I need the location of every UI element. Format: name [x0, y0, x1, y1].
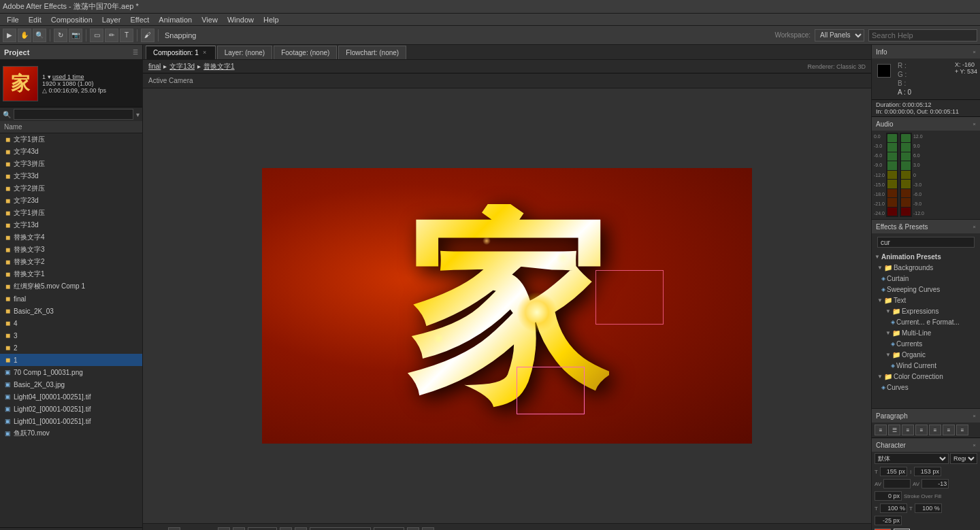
- effects-text-cat[interactable]: ▼ 📁 Text: [872, 295, 980, 305]
- project-panel-options[interactable]: ☰: [133, 49, 138, 56]
- tool-camera[interactable]: 📷: [69, 29, 82, 42]
- font-family-select[interactable]: 默体: [875, 453, 949, 464]
- project-search-options[interactable]: ▾: [136, 111, 140, 118]
- effects-organic-cat[interactable]: ▼ 📁 Organic: [872, 349, 980, 360]
- list-item[interactable]: ◼ 文字1拼压: [0, 207, 142, 219]
- tool-hand[interactable]: ✋: [18, 29, 31, 42]
- tab-flowchart[interactable]: Flowchart: (none): [338, 46, 406, 59]
- project-search-input[interactable]: [14, 109, 133, 120]
- comp-viewer[interactable]: 家: [143, 88, 871, 523]
- breadcrumb-final[interactable]: final: [148, 63, 161, 70]
- tracking-input[interactable]: [921, 479, 949, 488]
- effects-animation-presets[interactable]: ▼ Animation Presets: [872, 251, 980, 262]
- list-item[interactable]: ◼ 1: [0, 354, 142, 366]
- info-expand[interactable]: ×: [973, 49, 976, 55]
- effects-currents[interactable]: ◈ Currents: [872, 338, 980, 349]
- font-style-select[interactable]: Regular: [950, 453, 977, 464]
- effects-curves[interactable]: ◈ Curves: [872, 382, 980, 393]
- effects-expand[interactable]: ×: [973, 224, 976, 230]
- tool-text[interactable]: T: [120, 29, 133, 42]
- justify-center-btn[interactable]: ≡: [929, 425, 941, 435]
- viewer-snap-btn[interactable]: □: [233, 527, 245, 531]
- kerning-input[interactable]: [883, 479, 911, 488]
- tab-layer[interactable]: Layer: (none): [217, 46, 272, 59]
- viewer-grid-btn[interactable]: ⊞: [407, 527, 419, 531]
- scale-v-input[interactable]: [915, 503, 942, 513]
- quality-select[interactable]: Full: [248, 527, 277, 531]
- tool-zoom[interactable]: 🔍: [33, 29, 46, 42]
- list-item[interactable]: ◼ 3: [0, 329, 142, 342]
- effects-color-correction-cat[interactable]: ▼ 📁 Color Correction: [872, 371, 980, 382]
- effects-wind-current[interactable]: ◈ Wind Current: [872, 360, 980, 371]
- effects-search-input[interactable]: [877, 237, 975, 248]
- viewer-alpha-btn[interactable]: α: [295, 527, 307, 531]
- list-item[interactable]: ◼ 文字3拼压: [0, 158, 142, 170]
- menu-view[interactable]: View: [197, 14, 222, 25]
- breadcrumb-comp[interactable]: 文字13d: [169, 62, 195, 71]
- menu-composition[interactable]: Composition: [47, 14, 97, 25]
- menu-file[interactable]: File: [3, 14, 23, 25]
- tab-composition-close[interactable]: ×: [201, 49, 208, 56]
- list-item[interactable]: ◼ 4: [0, 317, 142, 329]
- info-color-swatch[interactable]: [877, 64, 891, 78]
- list-item[interactable]: ◼ 文字13d: [0, 219, 142, 231]
- viewer-reg-btn[interactable]: ⊕: [280, 527, 292, 531]
- align-center-btn[interactable]: ☰: [888, 425, 900, 435]
- search-help-input[interactable]: [868, 29, 977, 42]
- workspace-select[interactable]: All Panels: [815, 29, 864, 42]
- menu-edit[interactable]: Edit: [24, 14, 46, 25]
- menu-help[interactable]: Help: [259, 14, 283, 25]
- tool-pen[interactable]: ✏: [105, 29, 118, 42]
- align-right-btn[interactable]: ≡: [902, 425, 914, 435]
- list-item[interactable]: ◼ 2: [0, 342, 142, 354]
- tab-footage[interactable]: Footage: (none): [274, 46, 337, 59]
- menu-layer[interactable]: Layer: [98, 14, 125, 25]
- effects-sweeping-curves[interactable]: ◈ Sweeping Curves: [872, 284, 980, 295]
- effects-curtain[interactable]: ◈ Curtain: [872, 273, 980, 284]
- character-expand[interactable]: ×: [973, 442, 976, 448]
- menu-effect[interactable]: Effect: [126, 14, 153, 25]
- list-item[interactable]: ◼ 文字33d: [0, 170, 142, 182]
- stroke-width-input[interactable]: [875, 491, 902, 501]
- list-item[interactable]: ▣ Light02_[00001-00251].tif: [0, 403, 142, 415]
- align-left-btn[interactable]: ≡: [875, 425, 887, 435]
- viewer-playback-btn[interactable]: ⚙: [218, 527, 230, 531]
- info-panel-header[interactable]: Info ×: [872, 45, 980, 59]
- menu-window[interactable]: Window: [223, 14, 258, 25]
- view-select[interactable]: Active Camera: [310, 527, 371, 531]
- list-item[interactable]: ◼ 红绸穿梭5.mov Comp 1: [0, 280, 142, 293]
- justify-all-btn[interactable]: ≡: [956, 425, 968, 435]
- view-layout-select[interactable]: 1 View: [374, 527, 404, 531]
- tool-rotate[interactable]: ↻: [54, 29, 67, 42]
- audio-expand[interactable]: ×: [973, 121, 976, 127]
- list-item[interactable]: ◼ 文字2拼压: [0, 182, 142, 195]
- effects-backgrounds-cat[interactable]: ▼ 📁 Backgrounds: [872, 262, 980, 273]
- menu-animation[interactable]: Animation: [154, 14, 196, 25]
- tool-select[interactable]: ▶: [3, 29, 16, 42]
- list-item[interactable]: ◼ 文字43d: [0, 146, 142, 158]
- breadcrumb-layer[interactable]: 普换文字1: [203, 62, 235, 71]
- list-item[interactable]: ▣ Basic_2K_03.jpg: [0, 378, 142, 391]
- list-item[interactable]: ◼ 文字23d: [0, 195, 142, 207]
- list-item[interactable]: ◼ 替换文字2: [0, 256, 142, 268]
- leading-input[interactable]: [914, 467, 941, 476]
- paragraph-panel-header[interactable]: Paragraph ×: [872, 409, 980, 423]
- list-item[interactable]: ▣ 鱼跃70.mov: [0, 427, 142, 440]
- list-item[interactable]: ▣ Light04_[00001-00251].tif: [0, 391, 142, 403]
- justify-left-btn[interactable]: ≡: [915, 425, 928, 435]
- audio-panel-header[interactable]: Audio ×: [872, 117, 980, 131]
- tool-paint[interactable]: 🖌: [141, 29, 154, 42]
- justify-right-btn[interactable]: ≡: [943, 425, 955, 435]
- viewer-3d-btn[interactable]: 3D: [422, 527, 434, 531]
- paragraph-expand[interactable]: ×: [973, 413, 976, 419]
- effects-current-format[interactable]: ◈ Current... e Format...: [872, 316, 980, 327]
- baseline-input[interactable]: [875, 516, 902, 525]
- list-item[interactable]: ◼ 替换文字1: [0, 268, 142, 280]
- tool-rect[interactable]: ▭: [90, 29, 103, 42]
- effects-multiline-cat[interactable]: ▼ 📁 Multi-Line: [872, 327, 980, 338]
- list-item[interactable]: ◼ final: [0, 293, 142, 305]
- list-item[interactable]: ▣ 70 Comp 1_00031.png: [0, 366, 142, 378]
- viewer-fit-btn[interactable]: ⊡: [168, 527, 180, 531]
- list-item[interactable]: ◼ Basic_2K_03: [0, 305, 142, 317]
- effects-panel-header[interactable]: Effects & Presets ×: [872, 220, 980, 233]
